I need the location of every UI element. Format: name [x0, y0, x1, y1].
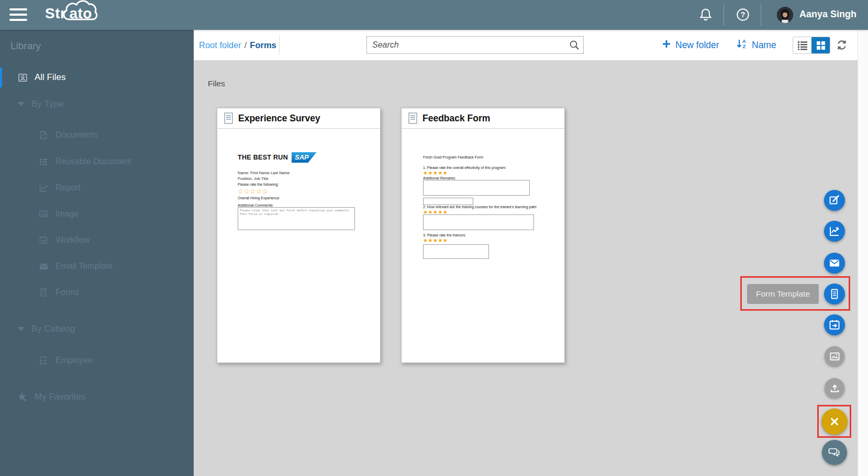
sidebar-item-label: Reusable Document [55, 157, 131, 166]
toolbar: Root folder / Forms New folder AZ Name [194, 30, 858, 60]
sidebar-item-all-files[interactable]: All Files [0, 67, 194, 87]
image-fab-button[interactable] [825, 346, 844, 366]
question-1-label: 1. Please rate the overall effectivity o… [423, 166, 506, 169]
small-input-box [423, 198, 473, 205]
files-content-area: Files Experience Survey THE BEST RUNSAP … [194, 60, 858, 476]
document-icon [38, 130, 49, 140]
sidebar-group-label: By Type [31, 99, 63, 109]
doc-position-line: Position: Job Title [238, 176, 269, 182]
workflow-calendar-icon [828, 319, 841, 331]
help-icon[interactable]: ? [736, 7, 750, 22]
sidebar-item-workflow[interactable]: Workflow [0, 230, 194, 250]
sidebar-item-label: Email Template [55, 262, 113, 271]
workflow-fab-button[interactable] [824, 314, 845, 335]
question-1-stars: ★★★★★ [423, 171, 448, 176]
upload-fab-button[interactable] [825, 378, 844, 398]
list-icon [38, 156, 49, 167]
edit-fab-button[interactable] [824, 190, 845, 211]
user-name[interactable]: Aanya Singh [799, 9, 856, 20]
edit-icon [828, 194, 841, 207]
grid-view-button[interactable] [811, 37, 830, 53]
new-folder-button[interactable]: New folder [661, 30, 719, 60]
form-template-tooltip: Form Template [747, 284, 819, 304]
search-box [366, 36, 584, 54]
sidebar-item-label: Employee [55, 356, 93, 365]
contact-card-icon [17, 72, 28, 83]
chat-fab-button[interactable] [822, 440, 847, 465]
sidebar-group-by-catalog[interactable]: By Catalog [0, 319, 194, 339]
best-run-text: THE BEST RUN [238, 154, 288, 161]
close-fab-button[interactable] [821, 409, 848, 435]
search-input[interactable] [366, 36, 584, 54]
comments-textbox: Please clear this text box first before … [238, 207, 355, 230]
file-card-experience-survey[interactable]: Experience Survey THE BEST RUNSAP Name: … [217, 108, 381, 363]
user-avatar[interactable] [777, 7, 793, 23]
chart-icon [38, 183, 49, 193]
chart-icon [828, 225, 841, 237]
sidebar-item-label: Forms [55, 288, 79, 297]
close-icon [828, 415, 841, 428]
sidebar-item-label: My Favorites [35, 392, 85, 402]
sort-label: Name [752, 40, 776, 51]
remarks-label: Additional Remarks: [423, 176, 456, 180]
view-toggle-group [793, 37, 830, 54]
toolbar-divider [279, 35, 280, 55]
remarks-textarea [423, 180, 530, 196]
app-logo[interactable]: Strato [45, 5, 95, 22]
doc-heading: Fresh Grad Program Feedback Form [423, 155, 483, 159]
sort-by-name-button[interactable]: AZ Name [736, 30, 776, 60]
sidebar-item-employee[interactable]: Employee [0, 350, 194, 370]
files-section-title: Files [208, 79, 225, 88]
form-icon [38, 287, 49, 298]
sidebar-item-my-favorites[interactable]: My Favorites [0, 387, 194, 407]
question-2-textarea [423, 214, 534, 230]
image-icon [829, 350, 841, 362]
sidebar-item-label: Workflow [55, 235, 90, 245]
rating-stars-empty: ☆☆☆☆☆ [238, 188, 269, 195]
file-title: Experience Survey [238, 113, 320, 124]
form-template-icon [828, 288, 841, 300]
right-panel-strip[interactable] [858, 30, 868, 476]
sort-az-icon: AZ [736, 38, 748, 53]
sidebar-item-image[interactable]: Image [0, 204, 194, 224]
catalog-book-icon [38, 355, 49, 366]
list-view-icon [797, 40, 808, 50]
sidebar-item-label: Documents [55, 130, 98, 140]
sidebar-item-report[interactable]: Report [0, 178, 194, 198]
envelope-icon [828, 257, 841, 269]
cloud-logo-icon [62, 0, 99, 24]
form-template-fab-button[interactable] [824, 284, 845, 304]
header-divider [761, 4, 761, 26]
sidebar-group-by-type[interactable]: By Type [0, 94, 194, 114]
doc-name-line: Name: First Name Last Name [238, 170, 290, 176]
search-icon[interactable] [569, 40, 580, 52]
sidebar-item-documents[interactable]: Documents [0, 125, 194, 145]
menu-icon[interactable] [9, 8, 27, 21]
form-file-icon [224, 112, 233, 124]
breadcrumb-root-link[interactable]: Root folder [199, 40, 241, 50]
list-view-button[interactable] [793, 37, 811, 53]
question-3-stars: ★★★★★ [423, 238, 448, 243]
question-2-label: 2. How relevant are the training courses… [423, 205, 537, 209]
grid-view-icon [816, 40, 826, 51]
report-fab-button[interactable] [824, 221, 845, 242]
chevron-down-icon [17, 327, 25, 331]
stars-caption: Overall Hiring Experience [238, 196, 279, 200]
breadcrumb-separator: / [244, 40, 247, 50]
workflow-calendar-icon [38, 235, 49, 245]
sidebar-item-email-template[interactable]: Email Template [0, 256, 194, 276]
refresh-icon[interactable] [836, 39, 848, 51]
question-3-label: 3. Please rate the trainors: [423, 233, 466, 237]
file-card-feedback-form[interactable]: Feedback Form Fresh Grad Program Feedbac… [401, 108, 565, 363]
header-divider [724, 4, 724, 26]
notifications-bell-icon[interactable] [698, 7, 713, 22]
sidebar-item-forms[interactable]: Forms [0, 282, 194, 302]
app-header: Strato ? Aanya Singh [0, 0, 868, 30]
image-icon [38, 209, 49, 219]
card-header: Experience Survey [217, 108, 380, 129]
email-fab-button[interactable] [824, 253, 845, 274]
file-title: Feedback Form [422, 113, 490, 124]
plus-icon [661, 39, 672, 52]
sidebar-item-reusable-document[interactable]: Reusable Document [0, 152, 194, 172]
sidebar-item-label: All Files [35, 72, 66, 83]
